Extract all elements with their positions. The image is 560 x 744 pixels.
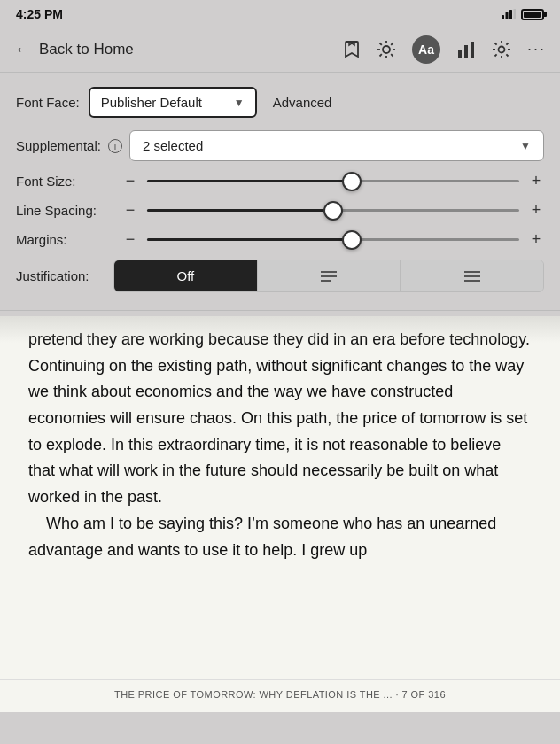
margins-fill (147, 238, 352, 241)
margins-row: Margins: − + (16, 230, 544, 249)
aa-icon: Aa (412, 35, 440, 64)
nav-bar: ← Back to Home Aa (0, 27, 560, 73)
supplemental-label: Supplemental: (16, 138, 101, 153)
content-footer: THE PRICE OF TOMORROW: WHY DEFLATION IS … (0, 679, 560, 712)
brightness-button[interactable] (375, 38, 398, 61)
font-size-row: Font Size: − + (16, 172, 544, 190)
info-icon[interactable]: i (108, 139, 122, 153)
svg-rect-1 (506, 12, 509, 19)
line-spacing-label: Line Spacing: (16, 203, 113, 218)
chart-icon (456, 41, 476, 58)
back-arrow-button[interactable]: ← (12, 37, 34, 61)
supplemental-chevron-icon: ▼ (520, 140, 531, 152)
chart-button[interactable] (455, 39, 478, 60)
font-size-minus-button[interactable]: − (122, 172, 138, 190)
signal-icon (502, 9, 516, 19)
line-spacing-minus-button[interactable]: − (122, 201, 138, 220)
font-face-select[interactable]: Publisher Default ▼ (89, 87, 257, 118)
justification-left-button[interactable] (258, 260, 401, 291)
font-face-row: Font Face: Publisher Default ▼ Advanced (16, 87, 544, 118)
battery-icon (521, 9, 544, 20)
margins-thumb[interactable] (342, 230, 362, 250)
line-spacing-plus-button[interactable]: + (528, 201, 544, 220)
line-spacing-fill (147, 209, 333, 212)
font-size-slider[interactable] (147, 180, 519, 182)
settings-panel: Font Face: Publisher Default ▼ Advanced … (0, 73, 560, 305)
nav-left: ← Back to Home (12, 37, 134, 61)
svg-line-11 (391, 43, 393, 44)
line-spacing-thumb[interactable] (323, 201, 343, 221)
panel-divider (0, 310, 560, 311)
footer-text: THE PRICE OF TOMORROW: WHY DEFLATION IS … (114, 689, 446, 700)
svg-line-10 (391, 54, 393, 56)
justify-left-icon (321, 270, 337, 283)
margins-minus-button[interactable]: − (122, 230, 138, 249)
justification-full-button[interactable] (401, 260, 543, 291)
font-settings-button[interactable]: Aa (410, 34, 442, 66)
svg-line-12 (379, 54, 381, 56)
more-button[interactable]: ··· (525, 38, 548, 60)
font-size-plus-button[interactable]: + (528, 172, 544, 190)
svg-line-9 (379, 43, 381, 44)
margins-label: Margins: (16, 232, 113, 247)
svg-rect-13 (458, 50, 462, 58)
svg-rect-3 (514, 9, 517, 19)
font-size-label: Font Size: (16, 174, 113, 189)
line-spacing-row: Line Spacing: − + (16, 201, 544, 220)
content-paragraph-2: Who am I to be saying this? I’m someone … (28, 511, 532, 563)
bookmark-button[interactable] (341, 38, 362, 61)
brightness-icon (377, 40, 396, 59)
justify-full-icon (464, 270, 480, 283)
status-right (502, 9, 544, 20)
justification-row: Justification: Off (16, 260, 544, 292)
nav-icons: Aa ··· (341, 34, 548, 66)
svg-rect-0 (502, 15, 504, 19)
justification-off-button[interactable]: Off (114, 260, 258, 291)
content-paragraph: pretend they are working because they di… (28, 327, 532, 511)
content-fade (0, 316, 560, 343)
svg-point-4 (383, 46, 390, 53)
svg-rect-15 (471, 42, 474, 58)
advanced-button[interactable]: Advanced (266, 91, 339, 113)
font-size-thumb[interactable] (342, 172, 362, 191)
supplemental-row: Supplemental: i 2 selected ▼ (16, 130, 544, 161)
margins-plus-button[interactable]: + (528, 230, 544, 249)
gear-icon (492, 40, 511, 59)
supplemental-value: 2 selected (143, 138, 203, 153)
supplemental-select[interactable]: 2 selected ▼ (129, 130, 544, 161)
justification-options: Off (113, 260, 544, 292)
content-area: pretend they are working because they di… (0, 316, 560, 679)
justification-label: Justification: (16, 268, 113, 283)
back-label: Back to Home (39, 41, 134, 58)
status-time: 4:25 PM (16, 7, 63, 21)
gear-button[interactable] (490, 38, 513, 61)
font-face-label: Font Face: (16, 95, 80, 110)
svg-point-16 (498, 46, 504, 52)
margins-slider[interactable] (147, 238, 519, 241)
font-face-chevron-icon: ▼ (234, 97, 245, 109)
line-spacing-slider[interactable] (147, 209, 519, 212)
bookmark-icon (343, 40, 361, 59)
font-size-fill (147, 180, 352, 182)
svg-rect-14 (464, 45, 468, 58)
content-text: pretend they are working because they di… (28, 316, 532, 563)
font-face-value: Publisher Default (101, 95, 202, 110)
svg-rect-2 (509, 10, 512, 19)
status-bar: 4:25 PM (0, 0, 560, 27)
